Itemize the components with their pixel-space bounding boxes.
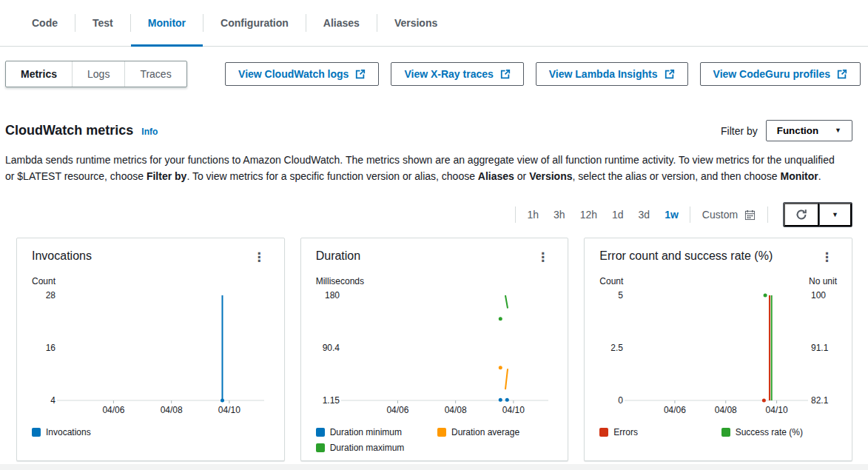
kebab-menu-icon[interactable]: ⋮ xyxy=(249,249,269,265)
tab-label: Versions xyxy=(394,17,437,29)
filter-by-control: Filter by Function ▼ xyxy=(721,120,852,141)
button-label: View CloudWatch logs xyxy=(238,68,349,80)
svg-text:04/06: 04/06 xyxy=(386,405,408,415)
filter-by-label: Filter by xyxy=(721,125,758,137)
svg-text:04/08: 04/08 xyxy=(715,405,737,415)
legend-swatch xyxy=(721,428,730,437)
svg-text:0: 0 xyxy=(619,395,624,406)
chevron-down-icon: ▼ xyxy=(835,127,841,134)
tab-code[interactable]: Code xyxy=(15,0,75,46)
legend-label: Duration maximum xyxy=(330,443,405,453)
subtab-label: Traces xyxy=(140,68,171,80)
legend-item[interactable]: Duration average xyxy=(437,427,553,437)
subtab-traces[interactable]: Traces xyxy=(125,61,186,87)
y-axis-unit-label: Count xyxy=(32,276,55,286)
invocations-card: Invocations ⋮ Count 04/0604/0804/1028164… xyxy=(16,238,285,461)
svg-text:180: 180 xyxy=(325,290,340,301)
range-1w[interactable]: 1w xyxy=(657,209,686,221)
view-codeguru-profiles-button[interactable]: View CodeGuru profiles xyxy=(700,62,861,86)
chart-title: Error count and success rate (%) xyxy=(599,249,773,263)
tab-aliases[interactable]: Aliases xyxy=(306,0,377,46)
y2-axis-unit-label: No unit xyxy=(809,276,837,286)
chart-legend: Duration minimum Duration average Durati… xyxy=(316,427,554,453)
divider xyxy=(515,207,516,223)
svg-text:28: 28 xyxy=(46,290,56,301)
metrics-cards: Invocations ⋮ Count 04/0604/0804/1028164… xyxy=(16,238,852,461)
range-3d[interactable]: 3d xyxy=(631,209,658,221)
divider xyxy=(690,207,690,223)
range-12h[interactable]: 12h xyxy=(573,209,605,221)
kebab-menu-icon[interactable]: ⋮ xyxy=(533,249,553,265)
duration-chart: 04/0604/0804/1018090.41.15 xyxy=(316,288,553,420)
subtab-label: Metrics xyxy=(21,68,57,80)
filter-by-value: Function xyxy=(777,125,818,136)
custom-range-button[interactable]: Custom xyxy=(694,209,764,221)
monitor-subtabs: Metrics Logs Traces xyxy=(5,61,187,87)
error-success-chart: 04/0604/0804/1052.5010091.182.1 xyxy=(599,288,836,420)
subtab-metrics[interactable]: Metrics xyxy=(6,61,73,87)
subtab-logs[interactable]: Logs xyxy=(73,61,125,87)
chart-title: Duration xyxy=(316,249,360,263)
refresh-options-button[interactable]: ▼ xyxy=(819,203,852,226)
tab-label: Code xyxy=(32,17,58,29)
svg-text:04/08: 04/08 xyxy=(161,405,183,415)
range-3h[interactable]: 3h xyxy=(546,209,573,221)
time-range-bar: 1h 3h 12h 1d 3d 1w Custom ▼ xyxy=(16,202,852,227)
legend-item[interactable]: Duration maximum xyxy=(316,443,431,453)
page-title: CloudWatch metrics xyxy=(5,123,133,138)
legend-item[interactable]: Errors xyxy=(599,427,715,437)
description-text: Lambda sends runtime metrics for your fu… xyxy=(5,152,838,184)
range-1h[interactable]: 1h xyxy=(519,209,546,221)
legend-item[interactable]: Invocations xyxy=(32,427,269,437)
legend-item[interactable]: Duration minimum xyxy=(316,427,431,437)
svg-text:100: 100 xyxy=(811,290,826,301)
chart-legend: Invocations xyxy=(32,427,269,437)
external-link-icon xyxy=(500,69,511,79)
info-link[interactable]: Info xyxy=(141,127,158,137)
kebab-menu-icon[interactable]: ⋮ xyxy=(817,249,837,265)
tab-monitor[interactable]: Monitor xyxy=(131,0,203,46)
function-tabs: Code Test Monitor Configuration Aliases … xyxy=(0,0,868,47)
refresh-split-button: ▼ xyxy=(783,202,852,227)
filter-by-select[interactable]: Function ▼ xyxy=(766,120,852,141)
svg-text:82.1: 82.1 xyxy=(811,395,829,406)
tab-label: Monitor xyxy=(148,17,186,29)
refresh-icon xyxy=(795,209,807,221)
y-axis-unit-label: Count xyxy=(599,276,623,286)
svg-text:04/10: 04/10 xyxy=(766,405,788,415)
tab-test[interactable]: Test xyxy=(75,0,130,46)
range-1d[interactable]: 1d xyxy=(605,209,631,221)
legend-label: Duration average xyxy=(451,427,519,437)
legend-label: Errors xyxy=(613,427,638,437)
view-lambda-insights-button[interactable]: View Lambda Insights xyxy=(536,62,688,86)
legend-label: Duration minimum xyxy=(330,427,402,437)
page-background-strip xyxy=(0,464,868,470)
legend-swatch xyxy=(32,428,41,437)
view-xray-traces-button[interactable]: View X-Ray traces xyxy=(391,62,523,86)
view-cloudwatch-logs-button[interactable]: View CloudWatch logs xyxy=(225,62,379,86)
svg-text:04/06: 04/06 xyxy=(664,405,686,415)
tab-label: Aliases xyxy=(323,17,360,29)
svg-text:16: 16 xyxy=(46,343,56,353)
tab-label: Configuration xyxy=(221,17,289,29)
tab-versions[interactable]: Versions xyxy=(377,0,454,46)
y-axis-unit-label: Milliseconds xyxy=(316,276,364,286)
chevron-down-icon: ▼ xyxy=(832,212,838,218)
svg-text:90.4: 90.4 xyxy=(322,343,340,353)
refresh-button[interactable] xyxy=(784,203,819,226)
legend-swatch xyxy=(316,443,325,452)
external-link-icon xyxy=(355,69,366,79)
invocations-chart: 04/0604/0804/1028164 xyxy=(32,288,269,420)
button-label: View X-Ray traces xyxy=(404,68,493,80)
external-link-icon xyxy=(665,69,675,79)
legend-swatch xyxy=(599,428,608,437)
tab-configuration[interactable]: Configuration xyxy=(203,0,306,46)
monitor-toolbar: Metrics Logs Traces View CloudWatch logs… xyxy=(5,61,861,87)
tab-label: Test xyxy=(92,17,113,29)
svg-text:5: 5 xyxy=(619,290,624,301)
svg-text:91.1: 91.1 xyxy=(811,343,829,353)
legend-item[interactable]: Success rate (%) xyxy=(721,427,837,437)
svg-text:04/08: 04/08 xyxy=(444,405,466,415)
custom-label: Custom xyxy=(702,209,738,221)
legend-swatch xyxy=(316,428,325,437)
